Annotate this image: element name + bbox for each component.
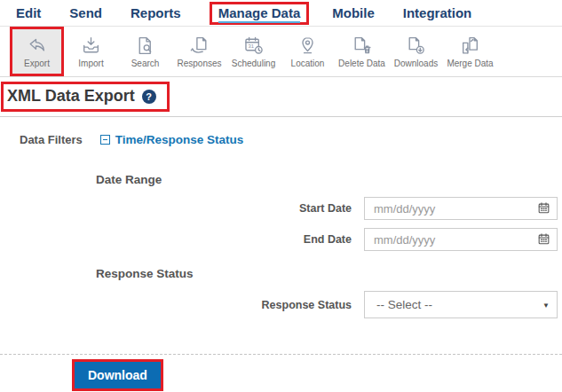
export-filter-form: Date Range Start Date End Date Response … [0,173,562,318]
nav-item-send[interactable]: Send [69,5,102,20]
page-title: XML Data Export [7,87,135,106]
manage-data-toolbar: Export Import Search Responses 31 [0,26,562,77]
end-date-input[interactable] [364,228,558,251]
nav-item-reports[interactable]: Reports [131,5,181,20]
end-date-row: End Date [0,228,562,251]
toolbar-item-label: Import [78,59,103,68]
toolbar-item-label: Merge Data [447,59,493,68]
svg-text:31: 31 [248,43,253,49]
toolbar-item-label: Scheduling [232,59,275,68]
toolbar-item-label: Location [291,59,325,68]
response-status-heading: Response Status [96,267,562,280]
nav-item-mobile[interactable]: Mobile [332,5,375,20]
end-date-label: End Date [304,233,352,246]
response-status-selected-value: -- Select -- [376,298,432,311]
calendar-icon[interactable] [537,232,550,246]
toolbar-item-search[interactable]: Search [118,27,172,76]
start-date-wrap [364,197,558,220]
nav-label: Edit [16,5,41,20]
start-date-input[interactable] [364,197,558,220]
export-icon [26,35,48,57]
scheduling-icon: 31 [242,35,265,57]
start-date-row: Start Date [0,197,562,220]
toolbar-item-export[interactable]: Export [10,27,64,76]
nav-item-integration[interactable]: Integration [403,5,472,20]
footer-divider [0,354,562,355]
nav-item-manage-data[interactable]: Manage Data [210,2,310,25]
response-status-select[interactable]: -- Select -- ▼ [364,291,558,318]
responses-icon [188,35,210,57]
delete-data-icon [351,35,373,57]
data-filters-header: Data Filters Time/Response Status [20,133,562,146]
toolbar-item-downloads[interactable]: Downloads [389,27,443,76]
nav-label: Integration [403,5,472,20]
toolbar-item-label: Export [24,59,50,68]
nav-label: Manage Data [218,5,301,23]
toolbar-item-label: Responses [177,59,221,68]
search-icon [134,35,156,57]
toolbar-item-delete-data[interactable]: Delete Data [335,27,389,76]
toolbar-item-location[interactable]: Location [281,27,335,76]
download-button[interactable]: Download [75,362,161,388]
data-filters-label: Data Filters [20,133,83,146]
collapse-icon [100,135,110,145]
calendar-icon[interactable] [537,201,550,215]
help-icon[interactable]: ? [142,90,156,104]
toolbar-item-label: Downloads [394,59,438,68]
group-toggle-label: Time/Response Status [115,133,244,146]
response-status-row: Response Status -- Select -- ▼ [0,291,562,318]
end-date-wrap [364,228,558,251]
nav-label: Send [69,5,102,20]
time-response-status-toggle[interactable]: Time/Response Status [100,133,244,146]
toolbar-item-responses[interactable]: Responses [172,27,226,76]
merge-data-icon [459,35,481,57]
nav-label: Mobile [332,5,375,20]
response-status-label: Response Status [262,299,352,311]
toolbar-item-merge-data[interactable]: Merge Data [443,27,497,76]
location-icon [297,35,319,57]
toolbar-item-import[interactable]: Import [64,27,118,76]
chevron-down-icon: ▼ [542,302,550,310]
toolbar-item-scheduling[interactable]: 31 Scheduling [226,27,281,76]
import-icon [80,35,102,57]
downloads-icon [405,35,427,57]
toolbar-item-label: Delete Data [338,59,385,68]
nav-item-edit[interactable]: Edit [16,5,41,20]
top-nav: Edit Send Reports Manage Data Mobile Int… [0,0,562,26]
date-range-heading: Date Range [96,173,562,186]
nav-label: Reports [131,5,181,20]
title-divider [0,116,562,117]
toolbar-item-label: Search [131,59,160,68]
page-title-highlight: XML Data Export ? [1,82,170,112]
start-date-label: Start Date [299,202,352,215]
download-button-highlight: Download [72,359,163,391]
